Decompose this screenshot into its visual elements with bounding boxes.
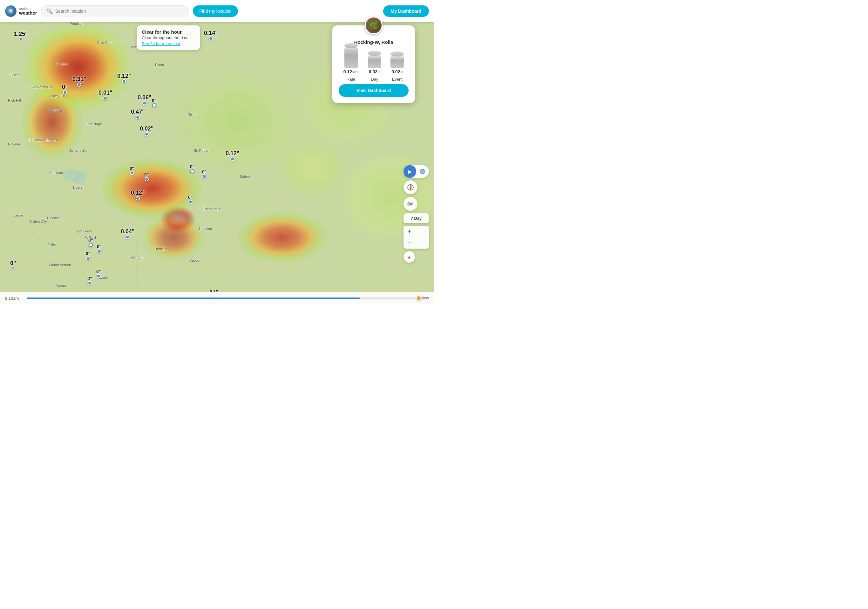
zoom-in-button[interactable]: + bbox=[403, 226, 415, 237]
rain-dot-24 bbox=[190, 169, 194, 173]
wind-layer-button[interactable] bbox=[403, 197, 417, 211]
rain-reading-9[interactable]: 0.02" bbox=[140, 126, 154, 136]
rain-reading-17[interactable]: 0" bbox=[97, 244, 101, 253]
logo-weather-text: weather bbox=[19, 11, 37, 16]
logo-ambient-text: ambient bbox=[19, 7, 37, 11]
rain-dot-14 bbox=[136, 196, 140, 200]
playback-control: ▶ bbox=[403, 165, 429, 178]
rain-amount-5: 0.01" bbox=[99, 90, 113, 96]
zoom-out-button[interactable]: − bbox=[403, 237, 415, 249]
event-label: Event bbox=[392, 77, 403, 82]
svg-line-2 bbox=[222, 267, 318, 270]
timeline-thumb[interactable] bbox=[416, 295, 421, 301]
rain-dot-2 bbox=[77, 83, 81, 87]
rate-label: Rate bbox=[347, 77, 355, 82]
temperature-layer-button[interactable] bbox=[403, 180, 417, 194]
forecast-link[interactable]: See 24 hour forecast bbox=[142, 41, 195, 46]
rain-amount-3: 0" bbox=[62, 84, 68, 91]
svg-point-9 bbox=[73, 175, 85, 184]
city-willard: Willard bbox=[85, 236, 96, 240]
rain-reading-16[interactable]: 0" bbox=[88, 238, 93, 247]
day-cylinder bbox=[368, 55, 381, 68]
find-location-button[interactable]: Find my location bbox=[193, 5, 238, 17]
rain-reading-8[interactable]: 0" bbox=[152, 99, 156, 107]
svg-line-4 bbox=[95, 229, 191, 235]
rain-reading-13[interactable]: 0" bbox=[144, 172, 149, 181]
rain-amount-18: 0" bbox=[86, 252, 90, 256]
rain-amount-16: 0" bbox=[88, 238, 93, 243]
rain-amount-17: 0" bbox=[97, 244, 101, 249]
rain-dot-25 bbox=[202, 174, 206, 178]
timeline-track[interactable] bbox=[27, 298, 419, 299]
rain-dot-11 bbox=[209, 37, 213, 41]
rain-reading-2[interactable]: 0.31" bbox=[73, 76, 87, 87]
rain-reading-6[interactable]: 0.06" bbox=[138, 94, 152, 105]
day-unit: in bbox=[378, 71, 380, 74]
city-clinton: Clinton bbox=[57, 62, 67, 66]
rain-reading-1[interactable]: 1.25" bbox=[14, 31, 28, 41]
forecast-subtitle: Clear throughout the day. bbox=[142, 35, 195, 40]
radar-layer-button[interactable] bbox=[416, 165, 429, 178]
my-dashboard-button[interactable]: My Dashboard bbox=[383, 5, 429, 17]
rain-reading-5[interactable]: 0.01" bbox=[99, 90, 113, 100]
rain-dot-7 bbox=[136, 115, 140, 119]
rain-reading-3[interactable]: 0" bbox=[62, 84, 68, 94]
rain-reading-19[interactable]: 0" bbox=[96, 269, 101, 278]
rain-reading-15[interactable]: 0.04" bbox=[121, 229, 135, 239]
rain-dot-3 bbox=[63, 91, 67, 94]
svg-line-6 bbox=[25, 190, 95, 238]
rain-reading-23[interactable]: 0.12" bbox=[226, 150, 240, 161]
rain-reading-20[interactable]: 0" bbox=[87, 276, 92, 285]
city-greenfield: Greenfield bbox=[45, 216, 61, 220]
station-avatar: 🌿 bbox=[365, 17, 383, 34]
svg-point-8 bbox=[63, 170, 81, 181]
rain-reading-24[interactable]: 0" bbox=[190, 164, 194, 173]
day-bar-item: 0.02 in Day bbox=[368, 46, 381, 82]
city-dixon: Dixon bbox=[188, 113, 196, 116]
event-cylinder bbox=[391, 56, 404, 68]
rain-reading-11[interactable]: 0.14" bbox=[204, 30, 218, 41]
city-salem: Salem bbox=[240, 175, 250, 178]
city-lowry: Lowry City bbox=[50, 94, 67, 98]
rain-amount-1: 1.25" bbox=[14, 31, 28, 37]
rain-amount-21: 0" bbox=[10, 260, 16, 267]
city-ash-grove: Ash Grove bbox=[76, 229, 93, 233]
city-miller: Miller bbox=[48, 243, 56, 246]
now-label: Now bbox=[421, 296, 429, 300]
rain-reading-22[interactable]: 0" bbox=[188, 195, 192, 204]
rain-amount-11: 0.14" bbox=[204, 30, 218, 37]
view-dashboard-button[interactable]: View Dashboard bbox=[339, 84, 409, 97]
station-popup: 🌿 Rocking-W, Rolla 0.12 in/hr Rate 0.02 … bbox=[332, 25, 415, 103]
rain-reading-7[interactable]: 0.47" bbox=[131, 109, 145, 119]
seven-day-button[interactable]: 7 Day bbox=[403, 213, 429, 223]
search-bar[interactable]: 🔍 bbox=[41, 5, 189, 17]
rain-amount-2: 0.31" bbox=[73, 76, 87, 83]
city-rich-hill: Rich Hill bbox=[8, 99, 21, 102]
city-linn: Linn bbox=[210, 34, 216, 38]
city-ozark: Ozark bbox=[99, 276, 108, 280]
rain-dot-5 bbox=[103, 96, 107, 100]
rain-reading-12[interactable]: 0" bbox=[130, 166, 134, 175]
city-el-dorado: El Dorado Springs bbox=[29, 138, 57, 142]
rain-reading-21[interactable]: 0" bbox=[10, 260, 16, 270]
rain-reading-14[interactable]: 0.12" bbox=[131, 190, 145, 200]
rain-dot-9 bbox=[144, 132, 149, 136]
compass-button[interactable]: ▲ bbox=[403, 251, 415, 263]
rain-amount-23: 0.12" bbox=[226, 150, 240, 157]
rain-reading-18[interactable]: 0" bbox=[86, 252, 90, 260]
rain-reading-25[interactable]: 0" bbox=[202, 170, 206, 178]
rain-amount-19: 0" bbox=[96, 269, 101, 274]
play-button[interactable]: ▶ bbox=[403, 165, 416, 178]
city-houston: Houston bbox=[199, 227, 212, 230]
city-st-robert: St. Robert bbox=[194, 148, 210, 152]
city-nevada: Nevada bbox=[8, 142, 20, 146]
day-value: 0.02 bbox=[369, 69, 377, 74]
rain-reading-4[interactable]: 0.12" bbox=[117, 73, 131, 83]
city-hartville: Hartville bbox=[154, 247, 167, 251]
rain-amount-7: 0.47" bbox=[131, 109, 145, 115]
timeline-progress bbox=[27, 298, 360, 299]
rain-amount-6: 0.06" bbox=[138, 94, 152, 101]
rain-bars: 0.12 in/hr Rate 0.02 in Day 0.02 bbox=[339, 50, 409, 82]
logo-area: ambient weather bbox=[5, 5, 37, 17]
search-input[interactable] bbox=[55, 9, 184, 14]
